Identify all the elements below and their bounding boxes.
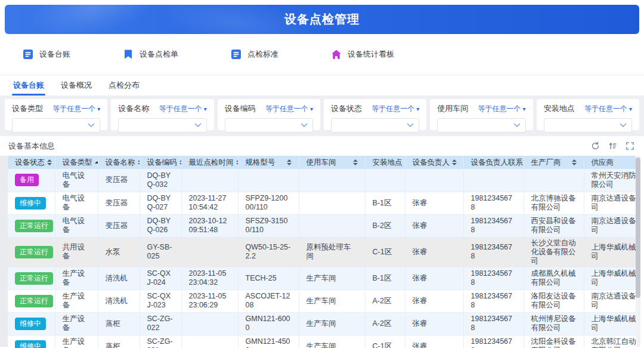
cell-type: 电气设备	[55, 169, 98, 192]
filter-label: 设备类型	[12, 103, 43, 114]
cell-code: DQ-BYQ-026	[140, 214, 181, 237]
scrollbar-thumb[interactable]	[636, 158, 640, 298]
table-row[interactable]: 正常运行 生产设备 清洗机 SC-QXJ-023 2023-11-05 23:0…	[8, 290, 636, 312]
filter-operator[interactable]: 等于任意一个▾	[52, 104, 100, 114]
cell-status: 维修中	[8, 192, 55, 214]
cell-type: 共用设备	[55, 237, 98, 267]
nav-label: 点检标准	[247, 49, 278, 60]
cell-status: 维修中	[8, 312, 55, 335]
filter-operator[interactable]: 等于任意一个▾	[478, 104, 526, 114]
column-header-name[interactable]: 设备名称	[98, 156, 140, 169]
filter-label: 安装地点	[544, 103, 575, 114]
cell-name: 蒸柜	[98, 312, 140, 335]
nav-item-device-ledger[interactable]: 设备台账	[23, 49, 70, 60]
caret-down-icon: ▾	[629, 106, 632, 112]
cell-model: QW50-15-25-2.2	[238, 237, 299, 267]
cell-owner: 张睿	[405, 335, 463, 348]
filter-label: 设备名称	[118, 103, 149, 114]
nav-item-inspection-standard[interactable]: 点检标准	[231, 49, 278, 60]
cell-manufacturer: 洛阳友达设备有限公司	[524, 290, 584, 312]
table-row[interactable]: 正常运行 生产设备 清洗机 SC-QXJ-024 2023-11-05 23:0…	[8, 267, 636, 290]
table-row[interactable]: 维修中 电气设备 变压器 DQ-BYQ-027 2023-11-27 10:54…	[8, 192, 636, 214]
cell-last-inspection	[181, 169, 238, 192]
cell-status: 维修中	[8, 335, 55, 348]
cell-workshop	[299, 192, 365, 214]
column-header-owner[interactable]: 设备负责人	[405, 156, 463, 169]
nav-label: 设备台账	[39, 49, 70, 60]
cell-type: 生产设备	[55, 267, 98, 290]
filter-select-device-type[interactable]	[12, 118, 100, 133]
filter-select-device-name[interactable]	[118, 118, 206, 133]
filter-select-install-location[interactable]	[544, 118, 632, 133]
cell-phone: 19812345678	[463, 214, 524, 237]
sort-icon	[287, 159, 292, 165]
cell-workshop	[299, 169, 365, 192]
table-row[interactable]: 正常运行 共用设备 水泵 GY-SB-025 QW50-15-25-2.2 原料…	[8, 237, 636, 267]
chevron-down-icon	[194, 123, 202, 128]
filter-select-device-status[interactable]	[331, 118, 419, 133]
sort-order-icon[interactable]	[608, 141, 617, 150]
cell-name: 变压器	[98, 169, 140, 192]
cell-phone: 19812345678	[463, 290, 524, 312]
column-header-code[interactable]: 设备编码	[140, 156, 181, 169]
filter-bar: 设备类型 等于任意一个▾ 设备名称 等于任意一个▾ 设备编码 等于任意一个▾ 设…	[0, 96, 644, 136]
cell-type: 生产设备	[55, 312, 98, 335]
nav-item-inspection-sheet[interactable]: 设备点检单	[123, 49, 178, 60]
nav-item-device-dashboard[interactable]: 设备统计看板	[331, 49, 394, 60]
cell-location: C-1区	[365, 335, 405, 348]
column-header-last-inspection[interactable]: 最近点检时间	[181, 156, 238, 169]
column-header-supplier[interactable]: 供应商	[584, 156, 636, 169]
filter-operator[interactable]: 等于任意一个▾	[265, 104, 313, 114]
tab-device-overview[interactable]: 设备概况	[52, 75, 100, 96]
column-header-workshop[interactable]: 使用车间	[299, 156, 365, 169]
column-header-status[interactable]: 设备状态	[8, 156, 55, 169]
filter-card-device-type: 设备类型 等于任意一个▾	[5, 99, 107, 130]
cell-name: 清洗机	[98, 267, 140, 290]
cell-supplier: 常州天安消防设备有限公司	[584, 169, 636, 192]
tab-inspection-distribution[interactable]: 点检分布	[100, 75, 148, 96]
filter-select-workshop[interactable]	[437, 118, 525, 133]
cell-workshop: 生产车间	[299, 312, 365, 335]
cell-code: DQ-BYQ-032	[140, 169, 181, 192]
filter-card-device-name: 设备名称 等于任意一个▾	[111, 99, 213, 130]
cell-phone: 19812345678	[463, 312, 524, 335]
filter-select-device-code[interactable]	[225, 118, 313, 133]
table-section-title: 设备基本信息	[8, 141, 55, 152]
fullscreen-icon[interactable]	[626, 141, 634, 150]
caret-down-icon: ▾	[97, 106, 100, 112]
status-badge: 维修中	[15, 340, 46, 348]
table-section: 设备基本信息 设备状态 设备类型 设备名称	[0, 136, 644, 347]
filter-operator[interactable]: 等于任意一个▾	[371, 104, 419, 114]
table-row[interactable]: 备用 电气设备 变压器 DQ-BYQ-032 常州天安消防设备有限公司	[8, 169, 636, 192]
cell-location: A-2区	[365, 312, 405, 335]
table-row[interactable]: 维修中 生产设备 蒸柜 SC-ZG-021 GMN121-4500 生产车间 C…	[8, 335, 636, 348]
filter-operator[interactable]: 等于任意一个▾	[159, 104, 207, 114]
cell-model: SFPZ9-120000/110	[238, 192, 299, 214]
caret-down-icon: ▾	[523, 106, 526, 112]
cell-location: B-1区	[365, 267, 405, 290]
cell-phone: 19812345678	[463, 335, 524, 348]
column-header-phone[interactable]: 设备负责人联系方式	[463, 156, 524, 169]
vertical-scrollbar[interactable]	[636, 156, 640, 347]
cell-code: GY-SB-025	[140, 237, 181, 267]
cell-model: SFSZ9-31500/110	[238, 214, 299, 237]
column-header-location[interactable]: 安装地点	[365, 156, 405, 169]
filter-operator[interactable]: 等于任意一个▾	[584, 104, 632, 114]
table-header-row: 设备状态 设备类型 设备名称 设备编码 最近点检时间 规格型号 使用车间 安装地…	[8, 156, 636, 169]
column-header-manufacturer[interactable]: 生产厂商	[524, 156, 584, 169]
cell-manufacturer	[524, 169, 584, 192]
cell-owner: 张睿	[405, 267, 463, 290]
refresh-icon[interactable]	[591, 141, 600, 150]
table-body: 备用 电气设备 变压器 DQ-BYQ-032 常州天安消防设备有限公司 维修中 …	[8, 169, 636, 348]
status-badge: 维修中	[15, 318, 46, 330]
table-row[interactable]: 正常运行 电气设备 变压器 DQ-BYQ-026 2023-10-12 09:5…	[8, 214, 636, 237]
cell-code: SC-QXJ-024	[140, 267, 181, 290]
caret-down-icon: ▾	[204, 106, 207, 112]
table-row[interactable]: 维修中 生产设备 蒸柜 SC-ZG-022 GMN121-6000 生产车间 A…	[8, 312, 636, 335]
sort-icon	[572, 159, 577, 165]
column-header-model[interactable]: 规格型号	[238, 156, 299, 169]
sort-icon	[353, 159, 358, 165]
cell-location: B-1区	[365, 192, 405, 214]
column-header-type[interactable]: 设备类型	[55, 156, 98, 169]
tab-device-ledger[interactable]: 设备台账	[5, 75, 52, 96]
